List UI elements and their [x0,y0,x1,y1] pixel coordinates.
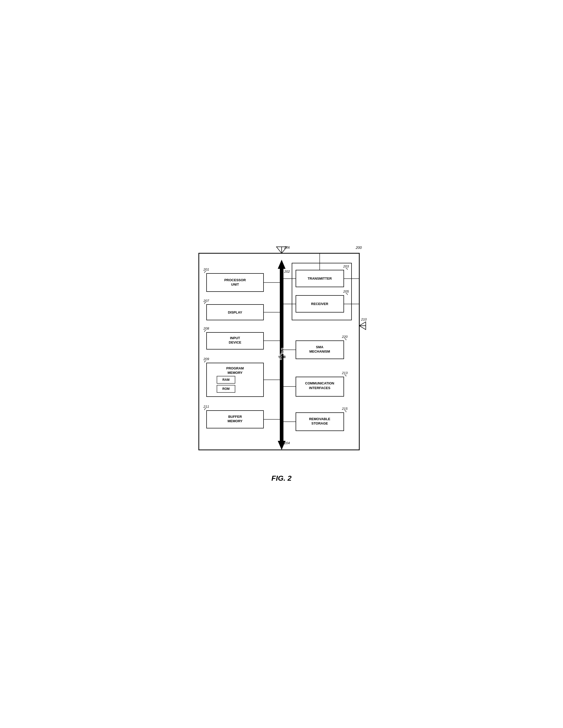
svg-text:INPUT: INPUT [230,336,240,340]
svg-text:208: 208 [203,326,209,330]
svg-text:TRANSMITTER: TRANSMITTER [308,277,332,280]
diagram-svg: 206 210 BUS BUS 202 204 201 [196,246,367,465]
svg-text:BUS: BUS [280,348,284,354]
svg-text:206: 206 [284,246,290,249]
svg-text:SMA: SMA [316,345,324,349]
svg-text:220: 220 [342,335,348,339]
svg-marker-8 [278,260,286,269]
svg-text:COMMUNICATION: COMMUNICATION [305,381,334,385]
ref-200: 200 [356,246,362,250]
svg-text:INTERFACES: INTERFACES [309,386,330,390]
diagram-container: 200 206 210 BUS BUS [196,246,367,482]
svg-text:202: 202 [284,270,290,273]
svg-text:207: 207 [203,299,209,303]
svg-text:210: 210 [361,317,367,321]
svg-text:BUFFER: BUFFER [228,415,242,419]
svg-text:209: 209 [203,357,209,361]
svg-text:204: 204 [284,441,290,445]
svg-text:PROCESSOR: PROCESSOR [224,278,246,282]
figure-caption: FIG. 2 [196,474,367,482]
svg-text:MEMORY: MEMORY [227,419,242,423]
svg-text:215: 215 [342,407,348,411]
svg-text:MECHANISM: MECHANISM [309,350,330,353]
page-wrapper: 200 206 210 BUS BUS [191,246,372,482]
svg-text:MEMORY: MEMORY [227,371,242,375]
svg-text:201: 201 [203,268,209,271]
svg-text:PROGRAM: PROGRAM [226,366,244,370]
svg-text:205: 205 [343,289,349,293]
svg-text:ROM: ROM [222,387,229,391]
svg-text:STORAGE: STORAGE [311,421,328,425]
svg-text:BUS: BUS [279,353,283,360]
svg-text:213: 213 [342,371,348,375]
svg-text:RAM: RAM [222,378,229,382]
svg-text:RECEIVER: RECEIVER [311,302,328,306]
svg-text:DEVICE: DEVICE [228,340,241,344]
svg-text:DISPLAY: DISPLAY [228,310,242,314]
svg-text:203: 203 [343,264,349,268]
svg-text:REMOVABLE: REMOVABLE [309,417,330,421]
svg-text:UNIT: UNIT [231,283,239,286]
svg-text:211: 211 [203,405,209,408]
